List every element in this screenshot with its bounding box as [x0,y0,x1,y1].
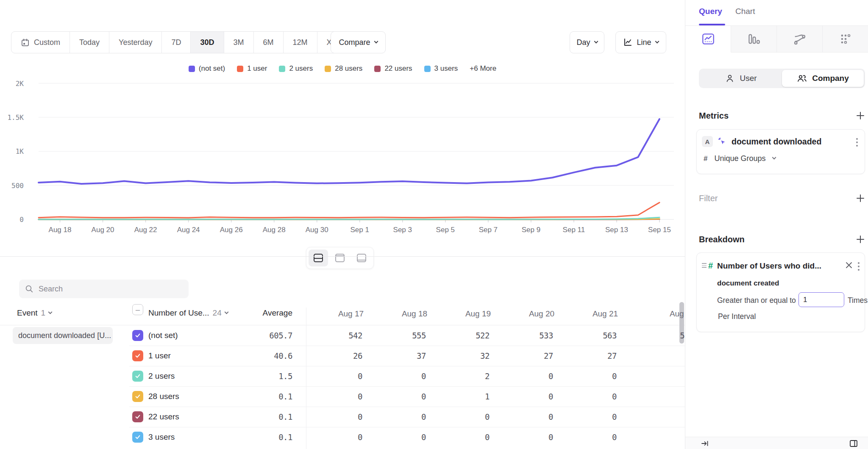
x-axis-label: Aug 18 [49,226,72,234]
metric-menu-button[interactable] [854,136,860,148]
hash-icon: # [704,155,707,163]
series-label: 3 users [148,432,175,442]
cell-value: 0 [426,412,490,421]
range-label: 12M [293,38,308,47]
table-row: 1 user40.6263732272728 [0,346,685,366]
breakdown-card[interactable]: # Number of Users who did... document cr… [696,252,865,332]
x-axis-label: Sep 15 [648,226,671,234]
x-axis-label: Sep 3 [393,226,412,234]
cell-value: 0 [490,371,553,381]
add-breakdown-button[interactable] [855,234,866,245]
cell-value: 0 [490,412,553,421]
tab-flow[interactable] [777,26,823,53]
range-label: Custom [34,38,60,47]
row-checkbox[interactable] [132,350,143,361]
tab-chart[interactable]: Chart [735,7,755,16]
chevron-down-icon [224,310,228,314]
group-type-toggle: User Company [699,69,865,88]
tab-query[interactable]: Query [699,7,722,16]
collapse-panel-icon[interactable] [701,439,709,449]
range-label: Today [79,38,100,47]
query-sidebar: Query Chart [685,0,868,449]
select-all-checkbox[interactable]: – [132,304,143,315]
cursor-click-icon [717,136,727,147]
cell-value: 532 [630,331,685,340]
y-axis-label: 500 [11,182,24,190]
range-30d[interactable]: 30D [191,32,224,53]
group-column-header[interactable]: Number of Use... 24 [148,308,228,318]
cell-value: 0 [553,432,617,442]
line-chart-icon [623,38,632,47]
toggle-company[interactable]: Company [782,70,864,87]
drag-handle-icon[interactable] [702,263,707,268]
row-checkbox[interactable] [132,432,143,443]
cell-value: 0 [490,432,553,442]
range-3m[interactable]: 3M [224,32,254,53]
range-today[interactable]: Today [70,32,109,53]
sidebar-tabs: Query Chart [685,0,868,26]
row-divider [129,427,685,427]
row-divider [129,366,685,366]
range-label: 7D [171,38,181,47]
tab-line-chart[interactable] [685,26,731,53]
row-checkbox[interactable] [132,371,143,382]
toggle-user[interactable]: User [700,70,782,87]
average-value: 605.7 [229,331,292,340]
range-custom[interactable]: Custom [11,32,70,53]
layout-toggle-top-view[interactable] [330,249,350,266]
cell-value: 0 [299,392,362,401]
x-axis-label: Sep 5 [436,226,455,234]
add-filter-button[interactable] [855,193,866,204]
x-axis-label: Sep 1 [351,226,369,234]
metric-event-name: document downloaded [732,137,821,147]
top-view-icon [335,253,345,263]
series-label: 28 users [148,392,179,401]
granularity-button[interactable]: Day [570,31,604,53]
layout-toggle-split-view[interactable] [309,249,328,266]
condition-suffix: Times [848,296,868,305]
layout-toggle-bottom-view[interactable] [352,249,371,266]
cell-value: 0 [299,432,362,442]
event-column-header[interactable]: Event 1 [17,308,52,318]
range-12m[interactable]: 12M [284,32,317,53]
tab-dots-grid[interactable] [823,26,868,53]
range-7d[interactable]: 7D [162,32,191,53]
results-table: Event 1 – Number of Use... 24 Average do… [0,301,685,449]
x-axis-label: Aug 22 [134,226,157,234]
search-input[interactable] [39,285,183,294]
cell-value: 563 [553,331,617,340]
cell-value: 0 [426,432,490,442]
close-icon[interactable] [844,261,854,270]
range-yesterday[interactable]: Yesterday [109,32,162,53]
cell-value: 32 [426,351,490,360]
average-value: 0.1 [229,412,292,421]
tab-bar-chart[interactable] [731,26,777,53]
range-6m[interactable]: 6M [254,32,284,53]
row-checkbox[interactable] [132,391,143,402]
main-panel: CustomTodayYesterday7D30D3M6M12MXTD Comp… [0,0,685,449]
chart-type-button[interactable]: Line [615,31,666,53]
chart-type-tabs [685,26,868,53]
cell-value: 0 [630,412,685,421]
column-header-date: Aug 21 [573,309,637,319]
cell-value: 0 [299,412,362,421]
x-axis-label: Sep 9 [522,226,540,234]
sidebar-footer [685,437,868,449]
add-metric-button[interactable] [855,110,866,121]
metric-card[interactable]: A document downloaded # Unique Groups [696,129,865,174]
cell-value: 27 [553,351,617,360]
x-axis-label: Aug 28 [263,226,286,234]
panel-layout-icon[interactable] [849,439,858,449]
chevron-down-icon [374,39,378,43]
breakdown-menu-button[interactable] [856,261,861,272]
chart-toolbar: CustomTodayYesterday7D30D3M6M12MXTD Comp… [0,31,685,53]
row-checkbox[interactable] [132,411,143,422]
range-label: 30D [200,38,214,47]
analytics-app: CustomTodayYesterday7D30D3M6M12MXTD Comp… [0,0,868,449]
compare-button[interactable]: Compare [331,31,386,53]
condition-value-input[interactable] [798,292,844,307]
series-label: 1 user [148,351,171,360]
row-checkbox[interactable] [132,330,143,341]
cell-value: 0 [630,392,685,401]
measure-selector[interactable]: # Unique Groups [704,154,776,163]
